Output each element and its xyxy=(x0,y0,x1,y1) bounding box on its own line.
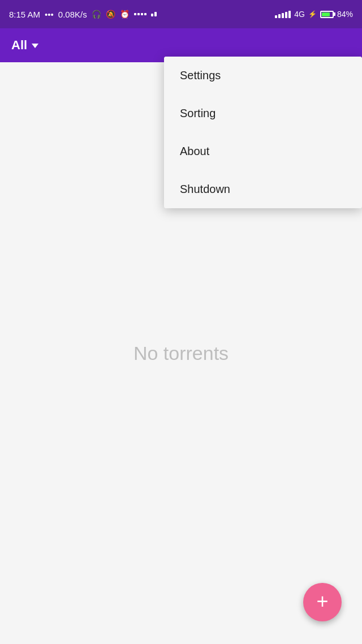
dot1 xyxy=(134,13,136,15)
menu-item-settings[interactable]: Settings xyxy=(164,57,362,95)
status-bar: 8:15 AM ••• 0.08K/s 🎧 🔕 ⏰ 4G ⚡ xyxy=(0,0,362,28)
cell-bar1 xyxy=(275,15,277,18)
status-right: 4G ⚡ 84% xyxy=(275,10,353,19)
empty-state-text: No torrents xyxy=(133,342,229,364)
menu-item-sorting[interactable]: Sorting xyxy=(164,95,362,132)
mute-icon: 🔕 xyxy=(106,10,115,19)
status-time: 8:15 AM xyxy=(9,10,40,19)
bar1 xyxy=(151,14,153,16)
signal-dots xyxy=(134,13,146,15)
app-bar: All Settings Sorting About Shutdown xyxy=(0,28,362,62)
menu-item-about[interactable]: About xyxy=(164,132,362,170)
plus-icon: + xyxy=(316,591,328,612)
filter-label: All xyxy=(11,38,27,53)
chevron-down-icon xyxy=(32,44,38,48)
cell-bar3 xyxy=(282,13,284,18)
battery-percent: 84% xyxy=(337,10,353,19)
cell-bar4 xyxy=(285,12,287,18)
status-left: 8:15 AM ••• 0.08K/s 🎧 🔕 ⏰ xyxy=(9,10,157,19)
add-torrent-fab[interactable]: + xyxy=(303,583,342,621)
network-speed: 0.08K/s xyxy=(58,10,87,19)
headphones-icon: 🎧 xyxy=(92,10,101,19)
alarm-icon: ⏰ xyxy=(120,10,130,19)
filter-dropdown-button[interactable]: All xyxy=(11,38,38,53)
lte-bars xyxy=(151,12,157,16)
network-type: 4G xyxy=(294,10,305,19)
battery-fill xyxy=(322,12,330,16)
cell-bar5 xyxy=(288,11,291,18)
cell-bar2 xyxy=(278,14,281,18)
menu-item-shutdown[interactable]: Shutdown xyxy=(164,170,362,208)
dropdown-menu: Settings Sorting About Shutdown xyxy=(164,57,362,208)
cell-bars xyxy=(275,11,291,18)
charging-icon: ⚡ xyxy=(308,10,317,18)
battery-outline xyxy=(320,11,334,18)
status-dots: ••• xyxy=(45,10,54,19)
bar2 xyxy=(154,12,157,16)
dot3 xyxy=(141,13,143,15)
dot4 xyxy=(144,13,146,15)
battery-indicator xyxy=(320,11,334,18)
dot2 xyxy=(137,13,140,15)
